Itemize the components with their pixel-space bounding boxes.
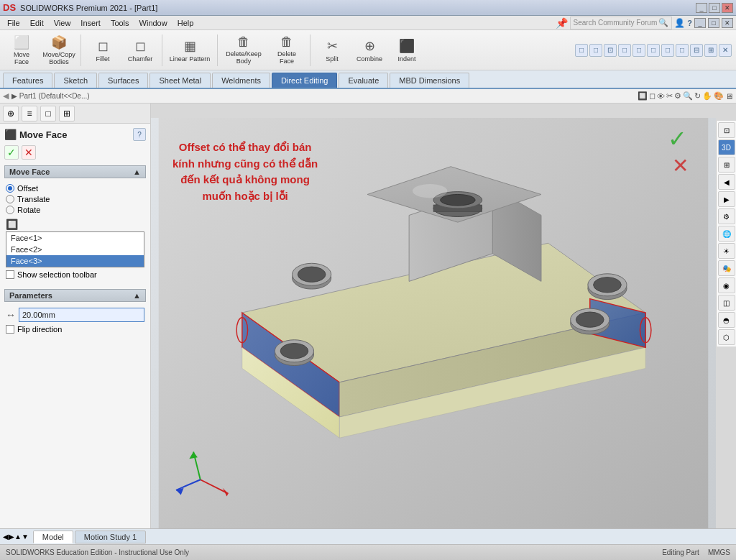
close-button[interactable]: ✕ bbox=[722, 3, 733, 13]
move-copy-bodies-button[interactable]: 📦 Move/CopyBodies bbox=[42, 33, 76, 68]
face-item-3[interactable]: Face<3> bbox=[6, 255, 144, 267]
tree-nav-right[interactable]: ▶ bbox=[9, 533, 14, 541]
combine-button[interactable]: ⊕ Combine bbox=[352, 33, 387, 68]
zoom-fit-btn[interactable]: ⊞ bbox=[718, 157, 735, 173]
maximize-button[interactable]: □ bbox=[709, 3, 720, 13]
next-view-btn[interactable]: ▶ bbox=[718, 191, 735, 207]
window-minimize[interactable]: _ bbox=[694, 18, 706, 28]
shadows-btn[interactable]: ◫ bbox=[718, 295, 735, 311]
view-cube-btn[interactable]: ⊡ bbox=[718, 122, 735, 138]
feature-manager-icon[interactable]: ⊕ bbox=[3, 106, 19, 121]
linear-pattern-button[interactable]: ▦ Linear Pattern bbox=[167, 33, 213, 68]
appearance-btn[interactable]: 🌐 bbox=[718, 226, 735, 242]
tree-nav-up[interactable]: ▲ bbox=[14, 533, 22, 541]
monitor-icon[interactable]: 🖥 bbox=[725, 92, 733, 101]
view-setting-icon[interactable]: ⚙ bbox=[674, 91, 681, 101]
view-settings-btn[interactable]: ⚙ bbox=[718, 208, 735, 224]
view-icon-2[interactable]: ⊡ bbox=[604, 44, 617, 57]
view-icon-5[interactable]: □ bbox=[647, 44, 660, 57]
menu-file[interactable]: File bbox=[3, 17, 24, 29]
tree-toggle-icon[interactable]: ◀ bbox=[3, 91, 9, 101]
tree-nav-down[interactable]: ▼ bbox=[22, 533, 29, 541]
tab-motion-study[interactable]: Motion Study 1 bbox=[75, 531, 146, 543]
show-selection-toolbar-checkbox[interactable]: Show selection toolbar bbox=[6, 270, 144, 279]
viewport[interactable]: Offset có thể thay đổi bán kính nhưng cũ… bbox=[151, 104, 736, 528]
decals-btn[interactable]: 🎭 bbox=[718, 260, 735, 276]
tab-evaluate[interactable]: Evaluate bbox=[339, 73, 388, 88]
view-icon-3[interactable]: □ bbox=[618, 44, 631, 57]
tab-features[interactable]: Features bbox=[3, 73, 52, 88]
viewport-x-mark[interactable]: ✕ bbox=[672, 154, 689, 178]
quick-access-icon[interactable]: 📌 bbox=[556, 17, 568, 29]
fillet-button[interactable]: ◻ Fillet bbox=[86, 33, 120, 68]
chamfer-button[interactable]: ◻ Chamfer bbox=[123, 33, 157, 68]
dim-expert-icon[interactable]: ⊞ bbox=[59, 106, 75, 121]
radio-offset[interactable]: Offset bbox=[6, 184, 144, 193]
menu-edit[interactable]: Edit bbox=[26, 17, 48, 29]
perspective-btn[interactable]: ⬡ bbox=[718, 329, 735, 345]
minimize-button[interactable]: _ bbox=[696, 3, 707, 13]
search-bar[interactable]: Search Community Forum 🔍 bbox=[570, 17, 673, 29]
delete-face-button[interactable]: 🗑 DeleteFace bbox=[268, 33, 305, 68]
config-manager-icon[interactable]: □ bbox=[40, 106, 56, 121]
split-button[interactable]: ✂ Split bbox=[315, 33, 349, 68]
cancel-button[interactable]: ✕ bbox=[22, 145, 36, 160]
section-view-icon[interactable]: ✂ bbox=[666, 91, 673, 101]
viewport-checkmark[interactable]: ✓ bbox=[668, 125, 687, 152]
title-bar-controls[interactable]: _ □ ✕ bbox=[696, 3, 733, 13]
menu-window[interactable]: Window bbox=[135, 17, 172, 29]
prev-view-btn[interactable]: ◀ bbox=[718, 174, 735, 190]
help-icon[interactable]: ? bbox=[687, 19, 692, 27]
zoom-icon[interactable]: 🔍 bbox=[683, 91, 693, 101]
menu-insert[interactable]: Insert bbox=[76, 17, 105, 29]
view-icon-7[interactable]: □ bbox=[676, 44, 689, 57]
menu-tools[interactable]: Tools bbox=[106, 17, 134, 29]
hide-show-icon[interactable]: 👁 bbox=[657, 92, 665, 101]
ambient-occlusion-btn[interactable]: ◓ bbox=[718, 312, 735, 328]
expand-panel-icon[interactable]: ⊞ bbox=[704, 44, 717, 57]
move-face-section-header[interactable]: Move Face ▲ bbox=[4, 165, 146, 178]
property-manager-icon[interactable]: ≡ bbox=[22, 106, 37, 121]
realview-btn[interactable]: ◉ bbox=[718, 277, 735, 293]
radio-rotate[interactable]: Rotate bbox=[6, 206, 144, 214]
3d-view-btn[interactable]: 3D bbox=[718, 139, 735, 155]
tab-weldments[interactable]: Weldments bbox=[212, 73, 270, 88]
svg-point-14 bbox=[576, 312, 604, 327]
view-icon-6[interactable]: □ bbox=[661, 44, 674, 57]
parameter-value-input[interactable] bbox=[19, 308, 144, 322]
tab-mbd-dimensions[interactable]: MBD Dimensions bbox=[390, 73, 469, 88]
window-restore[interactable]: □ bbox=[708, 18, 719, 28]
user-icon[interactable]: 👤 bbox=[674, 18, 685, 28]
model-canvas[interactable]: Offset có thể thay đổi bán kính nhưng cũ… bbox=[151, 118, 716, 528]
tab-model[interactable]: Model bbox=[33, 531, 73, 543]
pan-icon[interactable]: ✋ bbox=[702, 91, 712, 101]
face-item-2[interactable]: Face<2> bbox=[6, 244, 144, 255]
menu-view[interactable]: View bbox=[50, 17, 75, 29]
delete-keep-body-button[interactable]: 🗑 Delete/KeepBody bbox=[222, 33, 265, 68]
radio-translate[interactable]: Translate bbox=[6, 195, 144, 203]
flip-direction-checkbox[interactable]: Flip direction bbox=[6, 325, 144, 334]
tab-sheet-metal[interactable]: Sheet Metal bbox=[150, 73, 211, 88]
window-close[interactable]: ✕ bbox=[722, 18, 733, 28]
tree-nav-left[interactable]: ◀ bbox=[3, 533, 9, 541]
view-icon-4[interactable]: □ bbox=[632, 44, 645, 57]
face-item-1[interactable]: Face<1> bbox=[6, 232, 144, 244]
move-face-button[interactable]: ⬜ MoveFace bbox=[4, 33, 39, 68]
collapse-panel-icon[interactable]: ⊟ bbox=[690, 44, 703, 57]
move-face-help-icon[interactable]: ? bbox=[133, 128, 146, 141]
menu-help[interactable]: Help bbox=[173, 17, 198, 29]
view-orientation-icon[interactable]: 🔲 bbox=[638, 91, 648, 101]
view-icon-1[interactable]: □ bbox=[589, 44, 602, 57]
parameters-section-header[interactable]: Parameters ▲ bbox=[4, 289, 146, 302]
tab-surfaces[interactable]: Surfaces bbox=[98, 73, 148, 88]
rotate-icon[interactable]: ↻ bbox=[694, 91, 701, 101]
viewport-options-icon[interactable]: □ bbox=[575, 44, 588, 57]
indent-button[interactable]: ⬛ Indent bbox=[390, 33, 424, 68]
appearance-icon[interactable]: 🎨 bbox=[714, 91, 724, 101]
ok-button[interactable]: ✓ bbox=[4, 145, 19, 160]
tab-sketch[interactable]: Sketch bbox=[54, 73, 97, 88]
display-style-icon[interactable]: ◻ bbox=[649, 91, 656, 101]
close-panel-icon[interactable]: ✕ bbox=[719, 44, 732, 57]
tab-direct-editing[interactable]: Direct Editing bbox=[272, 73, 337, 88]
scene-btn[interactable]: ☀ bbox=[718, 243, 735, 259]
